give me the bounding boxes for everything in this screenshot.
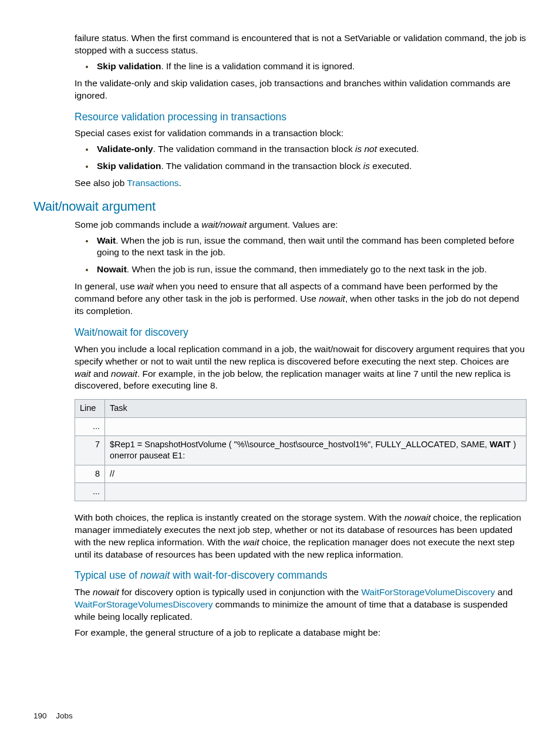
code-text: $Rep1 = SnapshotHostVolume ( "%\\source_… — [110, 440, 490, 449]
emphasis: nowait — [93, 587, 119, 597]
text: . The validation command in the transact… — [153, 144, 355, 154]
list-item: Skip validation. If the line is a valida… — [95, 60, 527, 73]
table-row: 7 $Rep1 = SnapshotHostVolume ( "%\\sourc… — [75, 436, 527, 465]
text: When you include a local replication com… — [75, 344, 525, 366]
body-paragraph: For example, the general structure of a … — [75, 627, 527, 639]
cell-task: $Rep1 = SnapshotHostVolume ( "%\\source_… — [105, 436, 527, 465]
heading-resource-validation: Resource validation processing in transa… — [75, 110, 527, 124]
text: . — [179, 178, 181, 188]
list-item: Nowait. When the job is run, issue the c… — [95, 264, 527, 276]
continuation-paragraph: failure status. When the first command i… — [75, 32, 527, 57]
body-paragraph: With both choices, the replica is instan… — [75, 512, 527, 561]
heading-wait-nowait-discovery: Wait/nowait for discovery — [75, 326, 527, 340]
text: with wait-for-discovery commands — [170, 569, 327, 581]
definition: . When the job is run, issue the command… — [127, 264, 487, 274]
cell-line: ... — [75, 483, 105, 501]
text: Typical use of — [75, 569, 140, 581]
emphasis: nowait — [404, 512, 431, 522]
definition: . If the line is a validation command it… — [161, 61, 355, 71]
body-paragraph: In the validate-only and skip validation… — [75, 77, 527, 102]
text: In general, use — [75, 281, 137, 291]
section-name: Jobs — [56, 711, 73, 720]
table-row: ... — [75, 483, 527, 501]
emphasis: nowait — [111, 369, 137, 379]
emphasis: is not — [355, 144, 377, 154]
text: and — [495, 587, 512, 597]
cell-line: ... — [75, 417, 105, 436]
body-paragraph: See also job Transactions. — [75, 177, 527, 190]
body-paragraph: The nowait for discovery option is typic… — [75, 586, 527, 623]
table-row: 8 // — [75, 465, 527, 483]
emphasis: wait — [243, 537, 259, 547]
table-row: ... — [75, 417, 527, 436]
text: and — [91, 369, 111, 379]
text: for discovery option is typically used i… — [119, 587, 362, 597]
text: . The validation command in the transact… — [161, 161, 363, 171]
list-item: Skip validation. The validation command … — [95, 160, 527, 173]
heading-typical-use: Typical use of nowait with wait-for-disc… — [75, 569, 527, 583]
emphasis: wait — [75, 369, 91, 379]
emphasis: is — [363, 161, 370, 171]
text: Some job commands include a — [75, 220, 201, 229]
bullet-list: Skip validation. If the line is a valida… — [75, 60, 527, 73]
emphasis: nowait — [319, 293, 345, 303]
example-table: Line Task ... 7 $Rep1 = SnapshotHostVolu… — [75, 399, 527, 501]
definition: . When the job is run, issue the command… — [97, 235, 514, 258]
list-item: Validate-only. The validation command in… — [95, 143, 527, 156]
bullet-list: Wait. When the job is run, issue the com… — [75, 235, 527, 276]
document-page: failure status. When the first command i… — [0, 0, 560, 746]
body-paragraph: Some job commands include a wait/nowait … — [75, 219, 527, 231]
cell-line: 7 — [75, 436, 105, 465]
emphasis: wait — [137, 281, 154, 291]
text: With both choices, the replica is instan… — [75, 512, 404, 522]
emphasis: wait/nowait — [201, 220, 247, 229]
text: executed. — [377, 144, 419, 154]
term: Nowait — [97, 264, 127, 274]
page-footer: 190 Jobs — [33, 711, 73, 721]
emphasis: nowait — [140, 569, 170, 581]
text: See also job — [75, 178, 127, 188]
link-waitforstoragevolumesdiscovery[interactable]: WaitForStorageVolumesDiscovery — [75, 599, 212, 609]
cell-task — [105, 483, 527, 501]
body-paragraph: When you include a local replication com… — [75, 343, 527, 393]
cell-line: 8 — [75, 465, 105, 483]
body-paragraph: In general, use wait when you need to en… — [75, 281, 527, 318]
heading-wait-nowait: Wait/nowait argument — [33, 198, 527, 215]
term: Skip validation — [97, 61, 161, 71]
cell-task: // — [105, 465, 527, 483]
col-task: Task — [105, 400, 527, 418]
term: Skip validation — [97, 161, 161, 171]
cell-task — [105, 417, 527, 436]
page-number: 190 — [33, 711, 47, 720]
body-paragraph: Special cases exist for validation comma… — [75, 127, 527, 140]
link-transactions[interactable]: Transactions — [127, 178, 178, 188]
term: Wait — [97, 235, 116, 245]
text: executed. — [370, 161, 412, 171]
text: The — [75, 587, 93, 597]
term: Validate-only — [97, 144, 153, 154]
bullet-list: Validate-only. The validation command in… — [75, 143, 527, 173]
list-item: Wait. When the job is run, issue the com… — [95, 235, 527, 259]
table-header-row: Line Task — [75, 400, 527, 418]
col-line: Line — [75, 400, 105, 418]
text: . For example, in the job below, the rep… — [75, 369, 511, 391]
code-bold: WAIT — [490, 440, 511, 449]
text: argument. Values are: — [247, 220, 338, 229]
link-waitforstoragevolumediscovery[interactable]: WaitForStorageVolumeDiscovery — [362, 587, 495, 597]
